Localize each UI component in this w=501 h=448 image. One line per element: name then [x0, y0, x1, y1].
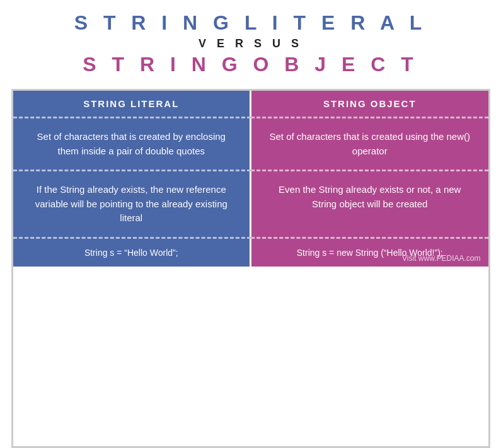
cell-literal-example: String s = “Hello World”;: [13, 239, 252, 267]
pediaa-label: Visit www.PEDIAA.com: [402, 254, 480, 263]
cell-object-behavior: Even the String already exists or not, a…: [251, 171, 488, 237]
title-literal: S T R I N G L I T E R A L: [0, 11, 501, 35]
column-headers: STRING LITERAL STRING OBJECT: [13, 91, 488, 117]
versus-label: V E R S U S: [0, 37, 501, 50]
cell-literal-behavior: If the String already exists, the new re…: [13, 171, 252, 237]
cell-object-definition: Set of characters that is created using …: [251, 118, 488, 169]
col-header-object: STRING OBJECT: [251, 91, 488, 117]
row-definition: Set of characters that is created by enc…: [13, 118, 488, 169]
row-behavior: If the String already exists, the new re…: [13, 171, 488, 237]
title-object: S T R I N G O B J E C T: [0, 53, 501, 76]
page-header: S T R I N G L I T E R A L V E R S U S S …: [0, 0, 501, 80]
row-example: String s = “Hello World”; String s = new…: [13, 239, 488, 267]
cell-object-example: String s = new String (“Hello World!”); …: [251, 239, 488, 267]
col-header-literal: STRING LITERAL: [13, 91, 252, 117]
comparison-table: STRING LITERAL STRING OBJECT Set of char…: [11, 89, 490, 448]
cell-literal-definition: Set of characters that is created by enc…: [13, 118, 252, 169]
